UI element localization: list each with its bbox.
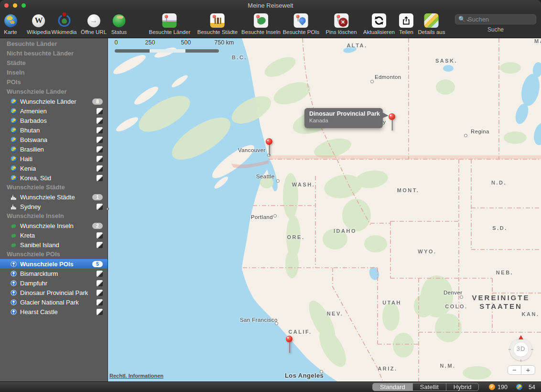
sidebar-item-dampfuhr[interactable]: Dampfuhr xyxy=(0,278,108,288)
sidebar-item-barbados[interactable]: Barbados xyxy=(0,116,108,125)
globe-icon xyxy=(516,384,522,390)
map-pin-vancouver-area[interactable] xyxy=(266,138,272,157)
note-icon[interactable] xyxy=(97,299,103,305)
app-window: Meine Reisewelt Karte W Wikipedia Wikime… xyxy=(0,0,541,392)
note-icon[interactable] xyxy=(97,175,103,181)
sidebar-group-wunschziele-laender[interactable]: Wunschziele Länder xyxy=(0,87,108,97)
toolbar-wikipedia-button[interactable]: W Wikipedia xyxy=(27,13,51,35)
legal-info-link[interactable]: Rechtl. Informationen xyxy=(109,373,163,379)
toolbar-besuchte-laender-button[interactable]: Besuchte Länder xyxy=(149,13,191,35)
toolbar-pins-loeschen-button[interactable]: Pins löschen xyxy=(325,13,357,35)
toolbar-details-aus-button[interactable]: Details aus xyxy=(418,13,445,35)
titlebar[interactable]: Meine Reisewelt xyxy=(0,0,541,11)
note-icon[interactable] xyxy=(97,290,103,296)
region-label-ore: ORE. xyxy=(287,234,305,240)
toolbar-teilen-button[interactable]: Teilen xyxy=(399,13,413,35)
sidebar-item-glacier-national-park[interactable]: Glacier National Park xyxy=(0,297,108,307)
sidebar-item-wunschziele-pois[interactable]: Wunschziele POIs 5 xyxy=(0,259,108,269)
toolbar-karte-button[interactable]: Karte xyxy=(3,13,18,35)
sidebar-item-brasilien[interactable]: Brasilien xyxy=(0,144,108,154)
sidebar-item-korea-sued[interactable]: Korea, Süd xyxy=(0,173,108,183)
toolbar-besuchte-staedte-button[interactable]: Besuchte Städte xyxy=(197,13,238,35)
sidebar-item-hearst-castle[interactable]: Hearst Castle xyxy=(0,307,108,316)
toolbar-oeffne-url-button[interactable]: → Öffne URL xyxy=(81,13,107,35)
counter-value-1: 190 xyxy=(498,384,508,391)
city-skyline-icon xyxy=(11,204,17,210)
sidebar-item-kenia[interactable]: Kenia xyxy=(0,163,108,173)
sidebar-item-sanibel-island[interactable]: Sanibel Island xyxy=(0,240,108,250)
region-label-kan: KAN. xyxy=(522,311,540,317)
toolbar-wikimedia-button[interactable]: Wikimedia xyxy=(51,13,76,35)
note-icon[interactable] xyxy=(97,156,103,162)
sidebar-item-wunschziele-inseln[interactable]: Wunschziele Inseln 2 xyxy=(0,221,108,230)
map-pin-hearst-castle[interactable] xyxy=(286,336,292,355)
globe-icon xyxy=(11,137,17,143)
city-skyline-icon xyxy=(11,194,17,200)
country-label-vereinigte-staaten: VEREINIGTESTAATEN xyxy=(472,294,530,311)
region-label-wyo: WYO. xyxy=(418,249,436,254)
sidebar-item-sydney[interactable]: Sydney xyxy=(0,202,108,211)
map-mode-segmented-control: Standard Satellit Hybrid xyxy=(372,383,479,391)
note-icon[interactable] xyxy=(97,242,103,248)
sidebar-item-armenien[interactable]: Armenien xyxy=(0,106,108,116)
segment-satellit[interactable]: Satellit xyxy=(413,383,446,391)
segment-standard[interactable]: Standard xyxy=(373,383,413,391)
zoom-in-button[interactable]: + xyxy=(521,365,535,375)
sidebar-group-wunschziele-staedte[interactable]: Wunschziele Städte xyxy=(0,183,108,192)
note-icon[interactable] xyxy=(97,146,103,152)
region-label-colo: COLO. xyxy=(445,304,467,309)
sidebar-item-kreta[interactable]: Kreta xyxy=(0,230,108,240)
island-icon xyxy=(11,232,17,239)
sidebar-item-dinosaur-provincial-park[interactable]: Dinosaur Provincial Park xyxy=(0,288,108,297)
note-icon[interactable] xyxy=(97,232,103,239)
count-badge: 2 xyxy=(92,223,103,229)
toolbar-besuchte-pois-button[interactable]: Besuchte POIs xyxy=(283,13,320,35)
note-icon[interactable] xyxy=(97,280,103,286)
note-icon[interactable] xyxy=(97,108,103,114)
note-icon[interactable] xyxy=(97,309,103,315)
pin-marker-icon xyxy=(294,13,308,28)
sidebar-item-botswana[interactable]: Botswana xyxy=(0,135,108,144)
map-view[interactable]: 0 250 500 750 km ALTA. SASK. MAN. B.C. W… xyxy=(108,38,541,381)
note-icon[interactable] xyxy=(97,271,103,277)
city-label-seattle: Seattle xyxy=(256,174,275,179)
sidebar-group-wunschziele-pois[interactable]: Wunschziele POIs xyxy=(0,250,108,259)
sidebar-resize-handle[interactable] xyxy=(106,207,109,210)
toolbar-item-label: Details aus xyxy=(418,29,445,35)
search-input[interactable] xyxy=(455,14,536,24)
note-icon[interactable] xyxy=(97,127,103,133)
compass-3d-control[interactable]: 3D xyxy=(510,338,532,360)
toolbar-status-button[interactable]: Status xyxy=(111,13,127,35)
toolbar-item-label: Status xyxy=(111,29,127,35)
sidebar-item-wunschziele-staedte[interactable]: Wunschziele Städte 1 xyxy=(0,192,108,202)
map-pin-dinosaur-provincial-park[interactable] xyxy=(389,113,395,132)
sidebar-group-besuchte-laender[interactable]: Besuchte Länder xyxy=(0,39,108,49)
sidebar-group-nicht-besuchte-laender[interactable]: Nicht besuchte Länder xyxy=(0,49,108,58)
segment-hybrid[interactable]: Hybrid xyxy=(446,383,479,391)
toolbar-aktualisieren-button[interactable]: Aktualisieren xyxy=(363,13,395,35)
city-label-san-francisco: San Francisco xyxy=(240,317,278,323)
region-label-bc: B.C. xyxy=(232,54,247,60)
note-icon[interactable] xyxy=(97,137,103,143)
poi-marker-icon xyxy=(11,271,17,277)
city-label-vancouver: Vancouver xyxy=(238,147,266,153)
toolbar-besuchte-inseln-button[interactable]: Besuchte Inseln xyxy=(241,13,281,35)
globe-icon xyxy=(11,175,17,181)
sidebar-group-wunschziele-inseln[interactable]: Wunschziele Inseln xyxy=(0,211,108,221)
sidebar-group-inseln[interactable]: Inseln xyxy=(0,68,108,77)
note-icon[interactable] xyxy=(97,165,103,172)
sidebar-group-pois[interactable]: POIs xyxy=(0,77,108,87)
city-label-portland: Portland xyxy=(251,214,273,220)
sidebar-item-bhutan[interactable]: Bhutan xyxy=(0,125,108,135)
note-icon[interactable] xyxy=(97,118,103,124)
region-label-sd: S.D. xyxy=(492,225,507,231)
sidebar-item-haiti[interactable]: Haiti xyxy=(0,154,108,163)
sidebar-group-staedte[interactable]: Städte xyxy=(0,58,108,68)
city-label-edmonton: Edmonton xyxy=(375,74,401,80)
note-icon[interactable] xyxy=(97,204,103,210)
zoom-out-button[interactable]: − xyxy=(508,365,521,375)
count-badge: 5 xyxy=(92,261,103,267)
region-label-ariz: ARIZ. xyxy=(378,366,397,371)
sidebar-item-wunschziele-laender[interactable]: Wunschziele Länder 8 xyxy=(0,97,108,106)
sidebar-item-bismarckturm[interactable]: Bismarckturm xyxy=(0,269,108,278)
